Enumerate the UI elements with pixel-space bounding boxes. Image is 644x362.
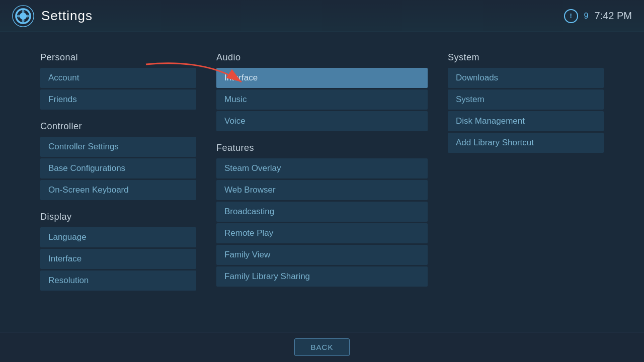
menu-item-on-screen-keyboard[interactable]: On-Screen Keyboard	[40, 180, 196, 200]
section-controller: Controller Controller Settings Base Conf…	[40, 121, 196, 202]
clock-time: 7:42 PM	[595, 10, 632, 22]
section-display: Display Language Interface Resolution	[40, 212, 196, 292]
menu-item-web-browser[interactable]: Web Browser	[216, 180, 428, 200]
steam-logo-icon	[12, 5, 34, 27]
section-system: System Downloads System Disk Management …	[448, 52, 604, 154]
column-left: Personal Account Friends Controller Cont…	[40, 52, 196, 312]
column-middle: Audio Interface Music Voice Features Ste…	[216, 52, 428, 312]
menu-item-add-library-shortcut[interactable]: Add Library Shortcut	[448, 133, 604, 153]
menu-item-display-interface[interactable]: Interface	[40, 249, 196, 269]
menu-item-system[interactable]: System	[448, 89, 604, 110]
header-right: ! 9 7:42 PM	[564, 9, 632, 23]
menu-item-audio-interface[interactable]: Interface	[216, 68, 428, 88]
notification-count: 9	[584, 12, 589, 21]
section-heading-personal: Personal	[40, 52, 196, 63]
section-heading-display: Display	[40, 212, 196, 222]
menu-item-remote-play[interactable]: Remote Play	[216, 223, 428, 243]
menu-item-resolution[interactable]: Resolution	[40, 270, 196, 291]
section-audio: Audio Interface Music Voice	[216, 52, 428, 133]
menu-item-music[interactable]: Music	[216, 89, 428, 110]
section-heading-audio: Audio	[216, 52, 428, 63]
menu-item-base-configurations[interactable]: Base Configurations	[40, 158, 196, 178]
menu-item-family-library-sharing[interactable]: Family Library Sharing	[216, 266, 428, 287]
header-left: Settings	[12, 5, 93, 27]
menu-item-account[interactable]: Account	[40, 68, 196, 88]
menu-item-friends[interactable]: Friends	[40, 89, 196, 110]
menu-item-family-view[interactable]: Family View	[216, 245, 428, 265]
page-title: Settings	[41, 8, 93, 24]
section-heading-system: System	[448, 52, 604, 63]
menu-item-disk-management[interactable]: Disk Management	[448, 111, 604, 131]
back-button[interactable]: BACK	[294, 338, 350, 356]
section-personal: Personal Account Friends	[40, 52, 196, 111]
section-heading-features: Features	[216, 143, 428, 153]
header: Settings ! 9 7:42 PM	[0, 0, 644, 32]
section-features: Features Steam Overlay Web Browser Broad…	[216, 143, 428, 288]
menu-item-broadcasting[interactable]: Broadcasting	[216, 202, 428, 222]
menu-item-controller-settings[interactable]: Controller Settings	[40, 137, 196, 157]
menu-item-voice[interactable]: Voice	[216, 111, 428, 131]
menu-item-language[interactable]: Language	[40, 227, 196, 247]
section-heading-controller: Controller	[40, 121, 196, 132]
footer: BACK	[0, 332, 644, 362]
notification-badge: !	[564, 9, 578, 23]
menu-item-downloads[interactable]: Downloads	[448, 68, 604, 88]
settings-body: Personal Account Friends Controller Cont…	[0, 32, 644, 332]
menu-item-steam-overlay[interactable]: Steam Overlay	[216, 158, 428, 178]
notification-icon: !	[570, 12, 572, 20]
column-right: System Downloads System Disk Management …	[448, 52, 604, 312]
